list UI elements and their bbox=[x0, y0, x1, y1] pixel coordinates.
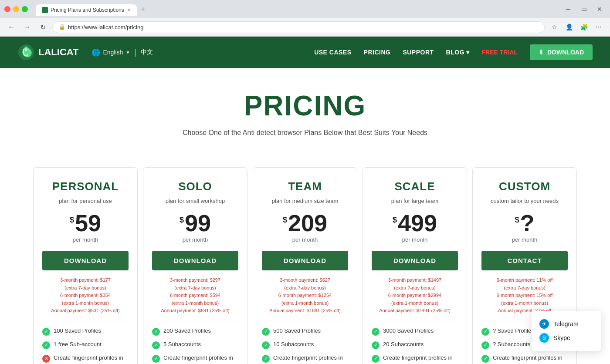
payment-info-solo: 3-month payment: $297(extra 7-day bonus)… bbox=[152, 276, 238, 315]
plan-desc-custom: custom tailor to your needs bbox=[481, 198, 568, 204]
main-nav: USE CASES PRICING SUPPORT BLOG ▾ FREE TR… bbox=[314, 44, 593, 60]
plan-card-solo: SOLO plan for small workshop $ 99 per mo… bbox=[143, 167, 247, 364]
nav-free-trial[interactable]: FREE TRIAL bbox=[482, 49, 518, 56]
feature-item: ✓ 3000 Saved Profiles bbox=[372, 327, 458, 336]
plan-btn-team[interactable]: DOWNLOAD bbox=[262, 251, 348, 270]
browser-titlebar: Pricing Plans and Subscriptions ✕ + ─ ▭ … bbox=[0, 0, 610, 18]
back-button[interactable]: ← bbox=[5, 21, 17, 33]
plan-btn-personal[interactable]: DOWNLOAD bbox=[42, 251, 129, 270]
plan-btn-solo[interactable]: DOWNLOAD bbox=[152, 251, 238, 270]
feature-item: ✓ Create fingerprint profiles in bbox=[481, 354, 568, 363]
payment-info-team: 3-month payment: $627(extra 7-day bonus)… bbox=[262, 276, 348, 315]
browser-chrome: Pricing Plans and Subscriptions ✕ + ─ ▭ … bbox=[0, 0, 610, 37]
check-icon: ✓ bbox=[262, 341, 270, 349]
chat-widget: ✈ Telegram S Skype bbox=[532, 311, 601, 351]
new-tab-button[interactable]: + bbox=[137, 3, 149, 16]
check-icon: ✓ bbox=[42, 341, 50, 349]
cross-icon: ✕ bbox=[42, 355, 50, 363]
plan-card-team: TEAM plan for medium size team $ 209 per… bbox=[253, 167, 357, 364]
feature-item: ✓ 100 Saved Profiles bbox=[42, 327, 129, 336]
check-icon: ✓ bbox=[152, 341, 160, 349]
feature-item: ✓ 5 Subaccounts bbox=[152, 341, 238, 349]
feature-text: 500 Saved Profiles bbox=[273, 327, 321, 334]
plan-btn-custom[interactable]: CONTACT bbox=[481, 251, 568, 270]
feature-text: Create fingerprint profiles in bbox=[273, 354, 343, 361]
plan-desc-scale: plan for large team bbox=[372, 198, 458, 204]
profile-icon[interactable]: 👤 bbox=[563, 21, 575, 33]
price-amount: 99 bbox=[185, 211, 211, 235]
restore-icon[interactable]: ▭ bbox=[578, 3, 590, 15]
url-text: https://www.lalicat.com/pricing bbox=[68, 24, 143, 30]
check-icon: ✓ bbox=[372, 355, 380, 363]
plans-container: PERSONAL plan for personal use $ 59 per … bbox=[0, 167, 610, 364]
price-dollar: $ bbox=[70, 216, 74, 225]
check-icon: ✓ bbox=[481, 341, 489, 349]
price-amount: 59 bbox=[75, 211, 101, 235]
minimize-window-button[interactable] bbox=[13, 6, 19, 12]
feature-text: ? Subaccounts bbox=[493, 341, 530, 347]
plan-name-scale: SCALE bbox=[372, 180, 458, 193]
feature-text: ? Saved Profiles bbox=[493, 327, 534, 334]
tab-favicon bbox=[42, 7, 48, 13]
nav-pricing[interactable]: PRICING bbox=[364, 49, 391, 56]
check-icon: ✓ bbox=[372, 341, 380, 349]
payment-info-personal: 3-month payment: $177(extra 7-day bonus)… bbox=[42, 276, 129, 315]
reload-button[interactable]: ↻ bbox=[37, 21, 49, 33]
close-window-button[interactable] bbox=[4, 6, 10, 12]
skype-chat-item[interactable]: S Skype bbox=[539, 331, 593, 345]
check-icon: ✓ bbox=[481, 328, 489, 336]
feature-text: 1 free Sub-account bbox=[54, 341, 102, 347]
plan-features-team: ✓ 500 Saved Profiles ✓ 10 Subaccounts ✓ … bbox=[262, 321, 348, 363]
feature-item: ✓ Create fingerprint profiles in bbox=[152, 354, 238, 363]
close-icon[interactable]: ✕ bbox=[593, 3, 606, 15]
lang-chinese-label[interactable]: 中文 bbox=[141, 48, 153, 56]
plan-features-solo: ✓ 200 Saved Profiles ✓ 5 Subaccounts ✓ C… bbox=[152, 321, 238, 363]
active-tab[interactable]: Pricing Plans and Subscriptions ✕ bbox=[36, 4, 137, 16]
tab-label: Pricing Plans and Subscriptions bbox=[51, 7, 124, 13]
plan-desc-personal: plan for personal use bbox=[42, 198, 129, 204]
browser-toolbar: ← → ↻ 🔒 https://www.lalicat.com/pricing … bbox=[0, 18, 610, 36]
nav-support[interactable]: SUPPORT bbox=[403, 49, 434, 56]
bookmark-icon[interactable]: ☆ bbox=[548, 21, 560, 33]
more-options-icon[interactable]: ⋯ bbox=[593, 21, 605, 33]
plan-price-personal: $ 59 bbox=[42, 211, 129, 235]
window-controls bbox=[4, 6, 28, 12]
logo-icon bbox=[17, 44, 35, 61]
plan-btn-scale[interactable]: DOWNLOAD bbox=[372, 251, 458, 270]
forward-button[interactable]: → bbox=[21, 21, 33, 33]
feature-text: 10 Subaccounts bbox=[273, 341, 314, 347]
plan-card-personal: PERSONAL plan for personal use $ 59 per … bbox=[33, 167, 138, 364]
telegram-label: Telegram bbox=[553, 320, 579, 327]
nav-download-button[interactable]: ⬇ DOWNLOAD bbox=[530, 44, 593, 60]
price-dollar: $ bbox=[393, 216, 397, 225]
address-bar[interactable]: 🔒 https://www.lalicat.com/pricing bbox=[52, 21, 545, 33]
feature-text: Create fingerprint profiles in bbox=[54, 354, 123, 361]
maximize-window-button[interactable] bbox=[22, 6, 28, 12]
skype-icon: S bbox=[539, 333, 549, 343]
telegram-chat-item[interactable]: ✈ Telegram bbox=[539, 317, 593, 331]
nav-use-cases[interactable]: USE CASES bbox=[314, 49, 351, 56]
feature-text: Create fingerprint profiles in bbox=[163, 354, 233, 361]
dropdown-arrow-icon: ▼ bbox=[125, 50, 130, 55]
plan-features-scale: ✓ 3000 Saved Profiles ✓ 20 Subaccounts ✓… bbox=[372, 321, 458, 363]
check-icon: ✓ bbox=[372, 328, 380, 336]
minimize-icon[interactable]: ─ bbox=[562, 3, 574, 15]
check-icon: ✓ bbox=[262, 328, 270, 336]
plan-desc-team: plan for medium size team bbox=[262, 198, 348, 204]
plan-price-solo: $ 99 bbox=[152, 211, 238, 235]
extension-icon[interactable]: 🧩 bbox=[578, 21, 590, 33]
plan-card-scale: SCALE plan for large team $ 499 per mont… bbox=[363, 167, 467, 364]
pricing-section: PRICING Choose One of the Anti detect br… bbox=[0, 68, 610, 167]
price-amount: 499 bbox=[398, 211, 437, 235]
logo-text: LALICAT bbox=[38, 47, 78, 58]
feature-text: 20 Subaccounts bbox=[383, 341, 424, 347]
language-switcher[interactable]: 🌐 English ▼ bbox=[92, 48, 130, 57]
payment-info-custom: 3-month payment: 11% off(extra 7-day bon… bbox=[481, 276, 568, 315]
pricing-subtitle: Choose One of the Anti detect browser Pl… bbox=[9, 129, 601, 137]
tab-close-button[interactable]: ✕ bbox=[127, 7, 131, 13]
nav-blog[interactable]: BLOG ▾ bbox=[446, 49, 470, 56]
price-amount: 209 bbox=[288, 211, 327, 235]
logo[interactable]: LALICAT bbox=[17, 44, 78, 61]
plan-name-team: TEAM bbox=[262, 180, 348, 193]
ssl-lock-icon: 🔒 bbox=[59, 24, 65, 30]
